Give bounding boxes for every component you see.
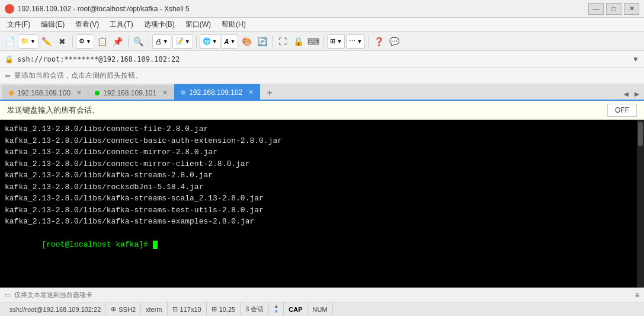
terminal-line-3: kafka_2.13-2.8.0/libs/connect-mirror-2.8… xyxy=(5,146,632,158)
sep6 xyxy=(323,36,324,47)
message-menu-btn[interactable]: ≡ xyxy=(635,291,639,299)
title-bar: 192.168.109.102 - root@localhost:/opt/ka… xyxy=(0,0,644,18)
terminal-scrollbar[interactable] xyxy=(637,120,644,288)
paste-btn[interactable]: 📌 xyxy=(111,34,125,49)
settings-dropdown[interactable]: ⚙▼ xyxy=(76,34,94,49)
edit-session-btn[interactable]: ✏️ xyxy=(40,34,54,49)
sep3 xyxy=(149,36,149,47)
menu-edit[interactable]: 编辑(E) xyxy=(36,18,69,31)
terminal-prompt-line: [root@localhost kafka]# xyxy=(5,228,632,263)
broadcast-bar: 发送键盘输入的所有会话。 OFF xyxy=(0,101,644,120)
close-button[interactable]: ✕ xyxy=(624,3,639,15)
terminal-line-8: kafka_2.13-2.8.0/libs/kafka-streams-test… xyxy=(5,205,632,216)
minimize-button[interactable]: — xyxy=(588,3,604,15)
tab-3-label: 192.168.109.102 xyxy=(189,88,242,97)
more-dropdown[interactable]: ⋯▼ xyxy=(346,34,365,49)
menu-help[interactable]: 帮助(H) xyxy=(217,18,251,31)
session-hint-text: 要添加当前会话，点击左侧的箭头按钮。 xyxy=(14,71,142,81)
address-bar: 🔒 ssh://root:********@192.168.109.102:22… xyxy=(0,51,644,68)
status-bar: ssh://root@192.168.109.102:22 ⊕ SSH2 xte… xyxy=(0,302,644,316)
status-sessions-text: 3 会话 xyxy=(245,305,264,314)
toolbar: 📄 📁▼ ✏️ ✖ ⚙▼ 📋 📌 🔍 🖨▼ 📝▼ 🌐▼ A▼ 🎨 🔄 ⛶ xyxy=(0,32,644,51)
title-bar-text: 192.168.109.102 - root@localhost:/opt/ka… xyxy=(18,5,585,13)
comment-btn[interactable]: 💬 xyxy=(387,34,401,49)
status-term: xterm xyxy=(141,302,168,316)
status-cap: CAP xyxy=(284,302,307,316)
find-btn[interactable]: 🔍 xyxy=(132,34,146,49)
sep7 xyxy=(368,36,369,47)
status-cap-text: CAP xyxy=(289,306,302,313)
grid-icon: ⊞ xyxy=(212,305,217,313)
tab-1-status-dot xyxy=(9,91,14,95)
fullscreen-btn[interactable]: ⛶ xyxy=(275,34,290,49)
lock-btn[interactable]: 🔒 xyxy=(291,34,305,49)
status-connection-text: ssh://root@192.168.109.102:22 xyxy=(9,306,101,313)
status-term-text: xterm xyxy=(146,306,162,313)
terminal-cursor xyxy=(153,241,158,249)
tab-1-label: 192.168.109.100 xyxy=(17,89,71,97)
terminal-prompt: [root@localhost kafka]# xyxy=(41,240,152,249)
menu-file[interactable]: 文件(F) xyxy=(2,18,35,31)
address-dropdown-btn[interactable]: ▼ xyxy=(632,55,639,63)
title-bar-buttons: — □ ✕ xyxy=(588,3,639,15)
tab-1-close-btn[interactable]: ✕ xyxy=(76,89,82,97)
status-position-text: 10,25 xyxy=(219,306,236,313)
add-tab-btn[interactable]: + xyxy=(262,87,277,100)
layout-dropdown[interactable]: ⊞▼ xyxy=(327,34,345,49)
terminal-line-2: kafka_2.13-2.8.0/libs/connect-basic-auth… xyxy=(5,135,632,147)
menu-window[interactable]: 窗口(W) xyxy=(181,18,216,31)
status-protocol-text: SSH2 xyxy=(118,306,136,313)
status-position: ⊞ 10,25 xyxy=(207,302,241,316)
menu-tools[interactable]: 工具(T) xyxy=(105,18,137,31)
app-icon xyxy=(5,4,14,14)
help-btn[interactable]: ❓ xyxy=(371,34,386,49)
menu-view[interactable]: 查看(V) xyxy=(71,18,104,31)
lock-icon: 🔒 xyxy=(5,55,14,63)
tab-1[interactable]: 192.168.109.100 ✕ xyxy=(2,85,88,100)
log-dropdown[interactable]: 📝▼ xyxy=(172,34,193,49)
status-protocol: ⊕ SSH2 xyxy=(106,302,141,316)
resize-icon: ⊡ xyxy=(172,305,178,313)
menu-tabs[interactable]: 选项卡(B) xyxy=(139,18,180,31)
tab-3[interactable]: 192.168.109.102 ✕ xyxy=(174,84,260,100)
tab-nav: ◀ ▶ xyxy=(621,89,642,100)
terminal[interactable]: kafka_2.13-2.8.0/libs/connect-file-2.8.0… xyxy=(0,120,637,288)
app-window: 192.168.109.102 - root@localhost:/opt/ka… xyxy=(0,0,644,316)
font-dropdown[interactable]: A▼ xyxy=(222,34,239,49)
highlight-btn[interactable]: 🎨 xyxy=(239,34,254,49)
status-sessions: 3 会话 xyxy=(241,302,269,316)
address-text: ssh://root:********@192.168.109.102:22 xyxy=(17,55,629,63)
tab-prev-btn[interactable]: ◀ xyxy=(621,89,631,98)
tab-2[interactable]: 192.168.109.101 ✕ xyxy=(88,85,174,100)
message-icon: ▭ xyxy=(5,291,11,299)
terminal-line-1: kafka_2.13-2.8.0/libs/connect-file-2.8.0… xyxy=(5,123,632,135)
keyboard-btn[interactable]: ⌨ xyxy=(306,34,321,49)
scrollbar-thumb[interactable] xyxy=(638,122,643,146)
status-size: ⊡ 117x10 xyxy=(168,302,207,316)
terminal-line-5: kafka_2.13-2.8.0/libs/kafka-streams-2.8.… xyxy=(5,170,632,181)
terminal-line-4: kafka_2.13-2.8.0/libs/connect-mirror-cli… xyxy=(5,158,632,170)
terminal-line-6: kafka_2.13-2.8.0/libs/rocksdbJni-5.18.4.… xyxy=(5,181,632,193)
open-dropdown[interactable]: 📁▼ xyxy=(18,34,39,49)
close-session-btn[interactable]: ✖ xyxy=(55,34,69,49)
encoding-btn[interactable]: 🔄 xyxy=(255,34,269,49)
message-bar: ▭ 仅将文本发送到当前选项卡 ≡ xyxy=(0,288,644,302)
sep5 xyxy=(272,36,273,47)
tab-next-btn[interactable]: ▶ xyxy=(632,89,642,98)
copy-btn[interactable]: 📋 xyxy=(95,34,110,49)
transfer-dropdown[interactable]: 🌐▼ xyxy=(200,34,220,49)
sep2 xyxy=(128,36,129,47)
broadcast-toggle-btn[interactable]: OFF xyxy=(607,104,637,117)
status-connection: ssh://root@192.168.109.102:22 xyxy=(5,302,106,316)
session-hint-bar: ⬅ 要添加当前会话，点击左侧的箭头按钮。 xyxy=(0,68,644,84)
tab-3-close-btn[interactable]: ✕ xyxy=(248,88,254,96)
new-session-btn[interactable]: 📄 xyxy=(2,34,17,49)
print-dropdown[interactable]: 🖨▼ xyxy=(152,34,171,49)
tab-2-close-btn[interactable]: ✕ xyxy=(162,89,168,97)
sep4 xyxy=(196,36,197,47)
menu-bar: 文件(F) 编辑(E) 查看(V) 工具(T) 选项卡(B) 窗口(W) 帮助(… xyxy=(0,18,644,32)
scroll-up-icon: ▲ xyxy=(274,304,278,309)
maximize-button[interactable]: □ xyxy=(606,3,621,15)
terminal-container: kafka_2.13-2.8.0/libs/connect-file-2.8.0… xyxy=(0,120,644,288)
ssh-icon: ⊕ xyxy=(111,305,116,313)
